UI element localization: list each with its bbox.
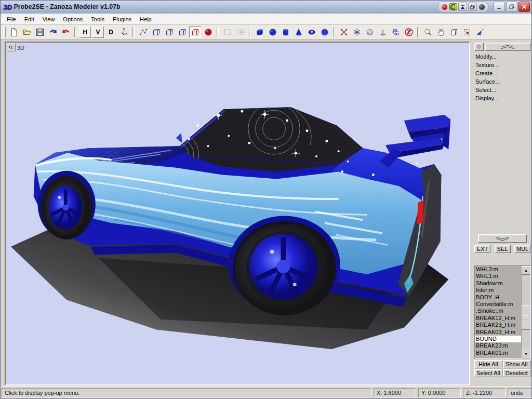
dark-sphere-button[interactable]	[478, 3, 486, 11]
show-all-button[interactable]: Show All	[503, 360, 531, 368]
toolbar-separator	[249, 27, 251, 37]
no-z-button[interactable]: Z	[403, 26, 415, 38]
vertex-star-button[interactable]	[351, 26, 363, 38]
pan-tool-button[interactable]	[435, 26, 447, 38]
prim-box-button[interactable]	[254, 26, 265, 38]
menu-item[interactable]: Edit	[20, 15, 38, 23]
prim-geosphere-button[interactable]	[318, 26, 330, 38]
list-item[interactable]: BREAK23:m	[475, 342, 522, 349]
cube-edge-view-icon	[165, 28, 174, 37]
select-all-button[interactable]: Select All	[474, 369, 502, 377]
status-z-coordinate: Z: -1.2200	[463, 388, 506, 397]
restore-button[interactable]	[506, 2, 517, 12]
move-object-button[interactable]	[461, 26, 473, 38]
viewport-zoom-button[interactable]	[7, 44, 16, 51]
sidebar-menu-item[interactable]: Display...	[474, 94, 530, 102]
undo-button[interactable]	[60, 26, 72, 38]
vertices-mode-button[interactable]	[137, 26, 149, 38]
menu-item[interactable]: View	[38, 15, 59, 23]
open-folder-button[interactable]	[21, 26, 33, 38]
viewport-3d[interactable]: 3D	[5, 42, 470, 385]
zoom-tool-button[interactable]	[422, 26, 434, 38]
panel-toggle-button[interactable]	[474, 43, 484, 51]
list-item[interactable]: Inter:m	[475, 287, 522, 294]
scroll-up-icon[interactable]: ▲	[522, 266, 530, 275]
viewport-header: 3D	[7, 44, 24, 51]
toggle-2d-3d-button[interactable]: 2D⌞⌜3D	[390, 26, 402, 38]
close-button[interactable]	[518, 2, 530, 12]
prim-torus-button[interactable]	[305, 26, 317, 38]
menu-item[interactable]: Tools	[87, 15, 109, 23]
list-item[interactable]: BREAK03_H:m	[475, 329, 522, 336]
panel-expand-button[interactable]	[485, 43, 530, 51]
list-item[interactable]: BREAK12_H:m	[475, 315, 522, 322]
panel-collapse-button[interactable]	[478, 234, 527, 243]
prim-cylinder-icon	[281, 28, 290, 37]
prim-cone-button[interactable]	[292, 26, 304, 38]
title-bar[interactable]: 3D Probe2SE - Zanoza Modeler v1.07b	[1, 1, 531, 14]
toggle-h-button[interactable]: H	[79, 26, 91, 38]
save-button[interactable]	[34, 26, 46, 38]
tray-red-button[interactable]	[441, 3, 448, 11]
render-sphere-button[interactable]	[202, 26, 214, 38]
scroll-down-icon[interactable]: ▼	[522, 350, 530, 358]
object-listbox[interactable]: WHL3:mWHL1:mShadow:mInter:mBODY_HConvert…	[474, 265, 530, 359]
selection-mode-button[interactable]: MUL	[514, 245, 530, 253]
scrollbar-thumb[interactable]	[522, 305, 530, 330]
deselect-button[interactable]: Deselect	[503, 369, 531, 377]
scene-lamp-button[interactable]	[474, 26, 486, 38]
menu-item[interactable]: File	[3, 15, 20, 23]
viewport-label: 3D	[17, 45, 24, 51]
selection-mode-button[interactable]: SEL	[495, 245, 511, 253]
list-item[interactable]: BOUND	[475, 336, 522, 342]
menu-item[interactable]: Options	[59, 15, 87, 23]
select-circle-button[interactable]	[234, 26, 246, 38]
redo-button[interactable]	[47, 26, 59, 38]
sidebar-menu-item[interactable]: Select...	[474, 86, 530, 94]
prim-cone-icon	[294, 28, 303, 37]
axes-xyz-button[interactable]	[118, 26, 130, 38]
list-item[interactable]: BREAK01:m	[475, 350, 522, 356]
small-restore-button[interactable]	[468, 3, 477, 11]
new-file-button[interactable]	[8, 26, 20, 38]
hide-all-button[interactable]: Hide All	[474, 360, 502, 368]
nvidia-icon	[449, 3, 457, 10]
status-message: Click to display pop-up menu.	[2, 388, 371, 397]
select-rectangle-button[interactable]	[221, 26, 233, 38]
sidebar-menu-item[interactable]: Create...	[474, 69, 530, 77]
list-item[interactable]: Convertable:m	[475, 301, 522, 308]
cube-face-view-button[interactable]	[176, 26, 188, 38]
nvidia-button[interactable]	[449, 3, 457, 11]
menu-item[interactable]: Help	[136, 15, 156, 23]
cube-wireframe-view-button[interactable]	[189, 26, 201, 38]
cube-edge-view-button[interactable]	[163, 26, 175, 38]
sidebar-menu-item[interactable]: Texture...	[474, 61, 530, 69]
vertex-cross-button[interactable]	[338, 26, 350, 38]
list-item[interactable]: :Smoke::m	[475, 308, 522, 314]
toggle-v-button[interactable]: V	[92, 26, 104, 38]
vertex-star-icon	[352, 28, 362, 37]
list-item[interactable]: WHL1:m	[475, 273, 522, 280]
sidebar-collapse-row	[474, 234, 530, 243]
list-item[interactable]: WHL3:m	[475, 266, 522, 273]
vertex-lasso-button[interactable]	[364, 26, 376, 38]
no-z-icon: Z	[404, 28, 414, 37]
toggle-d-button[interactable]: D	[105, 26, 117, 38]
minimize-button[interactable]	[494, 2, 505, 12]
object-list: WHL3:mWHL1:mShadow:mInter:mBODY_HConvert…	[475, 266, 522, 358]
selection-mode-button[interactable]: EXT	[474, 245, 490, 253]
cube-vertex-view-button[interactable]	[150, 26, 162, 38]
list-item[interactable]: BREAK23_H:m	[475, 322, 522, 328]
list-scrollbar[interactable]: ▲ ▼	[521, 266, 530, 358]
cube-tool-button[interactable]	[448, 26, 460, 38]
menu-item[interactable]: Plugins	[109, 15, 136, 23]
list-item[interactable]: BODY_H	[475, 294, 522, 301]
prim-cylinder-button[interactable]	[280, 26, 291, 38]
rollup-button[interactable]	[458, 3, 467, 11]
list-item[interactable]: Shadow:m	[475, 280, 522, 287]
prim-sphere-button[interactable]	[267, 26, 278, 38]
sidebar-menu-item[interactable]: Modify...	[474, 52, 530, 61]
sidebar-menu-item[interactable]: Surface...	[474, 77, 530, 86]
vertex-axis-button[interactable]	[377, 26, 389, 38]
toolbar-grip[interactable]	[3, 27, 6, 37]
